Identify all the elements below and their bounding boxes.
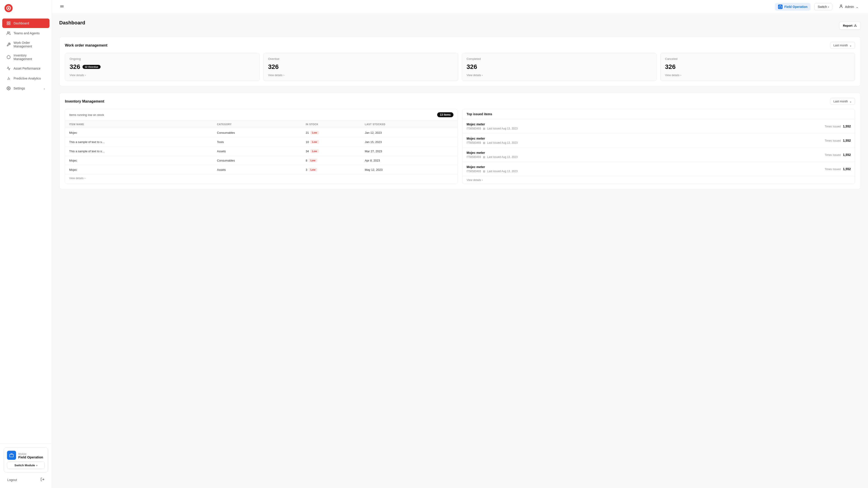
top-item-code: IT56583493 xyxy=(467,127,481,130)
cell-category: Consumables xyxy=(217,131,306,134)
header-admin-menu[interactable]: Admin ⌄ xyxy=(836,3,862,11)
work-order-section-header: Work order management Last month ⌄ xyxy=(65,42,855,49)
inventory-grid: Items running low on stock 13 items ITEM… xyxy=(65,109,855,184)
top-item-last-issued: Last issued Aug 13, 2023 xyxy=(487,127,518,130)
chevron-right-icon: › xyxy=(36,464,37,467)
wo-view-details-link[interactable]: View details › xyxy=(70,74,255,77)
table-column-headers: ITEM NAME CATEGORY IN STOCK LAST STOCKED xyxy=(65,121,458,128)
wo-card-label: Overdue xyxy=(268,57,454,61)
sidebar-item-asset-performance[interactable]: Asset Performance xyxy=(2,64,50,73)
copy-icon[interactable]: ▦ xyxy=(483,141,485,144)
top-item-code: IT56583493 xyxy=(467,156,481,159)
logout-button[interactable]: Logout xyxy=(4,475,48,484)
low-badge: Low xyxy=(309,168,317,171)
wo-view-details-link[interactable]: View details › xyxy=(268,74,454,77)
cell-last-stocked: Apr 8, 2023 xyxy=(365,159,454,162)
work-order-period-button[interactable]: Last month ⌄ xyxy=(830,42,855,49)
inventory-period-button[interactable]: Last month ⌄ xyxy=(830,98,855,105)
cell-last-stocked: Jan 15, 2023 xyxy=(365,140,454,144)
chevron-right-icon: › xyxy=(482,74,483,77)
svg-rect-9 xyxy=(10,454,13,457)
switch-module-button[interactable]: Switch Module › xyxy=(7,462,45,469)
sidebar-item-label: Asset Performance xyxy=(13,67,45,70)
tool-icon xyxy=(6,42,11,47)
times-issued-value: 1,552 xyxy=(843,167,851,171)
work-order-card-overdue: Overdue 326 View details › xyxy=(264,53,458,81)
table-header-label: Items running low on stock xyxy=(69,113,104,117)
top-items-view-details-link[interactable]: View details › xyxy=(463,176,855,184)
wo-view-details-link[interactable]: View details › xyxy=(467,74,652,77)
table-row: This a sample of text to show y... Tools… xyxy=(65,137,458,147)
sidebar-item-label: Predictive Analytics xyxy=(13,76,45,80)
sidebar-item-label: Work Order Management xyxy=(13,41,45,48)
sidebar-item-predictive-analytics[interactable]: Predictive Analytics xyxy=(2,74,50,83)
chevron-down-icon: ⌄ xyxy=(43,87,45,90)
chevron-right-icon: › xyxy=(283,74,284,77)
chevron-right-icon: › xyxy=(680,74,681,77)
sidebar-item-teams-agents[interactable]: Teams and Agents xyxy=(2,29,50,38)
times-issued-value: 1,552 xyxy=(843,125,851,128)
low-badge: Low xyxy=(310,149,319,153)
sidebar-item-label: Settings xyxy=(13,87,40,90)
top-items-header: Top issued items xyxy=(463,109,855,119)
header-switch-button[interactable]: Switch › xyxy=(814,3,832,10)
menu-icon[interactable] xyxy=(58,3,66,10)
module-icon-wrap: Module Field Operation xyxy=(7,451,43,460)
person-icon xyxy=(839,4,843,9)
copy-icon[interactable]: ▦ xyxy=(483,170,485,173)
svg-point-4 xyxy=(7,32,9,33)
report-button[interactable]: Report xyxy=(839,22,861,30)
page-title: Dashboard xyxy=(59,20,85,26)
low-badge: Low xyxy=(309,159,317,162)
svg-rect-3 xyxy=(9,24,10,25)
work-order-section-title: Work order management xyxy=(65,43,107,47)
chevron-right-icon: › xyxy=(85,177,86,180)
times-issued-label: Times Issued xyxy=(825,125,841,128)
download-icon xyxy=(854,24,857,28)
wo-card-count: 326 xyxy=(268,63,279,70)
gear-icon xyxy=(6,86,11,91)
cell-last-stocked: May 12, 2023 xyxy=(365,168,454,171)
cell-in-stock: 3 Low xyxy=(306,168,365,171)
inventory-section-title: Inventory Management xyxy=(65,99,104,103)
table-view-details-link[interactable]: View details › xyxy=(65,174,458,182)
chevron-right-icon: › xyxy=(85,74,86,77)
header-module-badge: Field Operation xyxy=(775,3,811,11)
sidebar-item-label: Inventory Management xyxy=(13,54,45,61)
top-item-name: Mojec meter xyxy=(467,137,518,140)
work-order-cards: Ongoing 326 12 Overdue View details › Ov… xyxy=(65,53,855,81)
wo-overdue-badge: 12 Overdue xyxy=(83,65,101,69)
low-badge: Low xyxy=(310,140,319,144)
table-row: Mojec Consumables 21 Low Jan 12, 2023 xyxy=(65,128,458,137)
cell-category: Assets xyxy=(217,168,306,171)
analytics-icon xyxy=(6,76,11,80)
times-issued-value: 1,552 xyxy=(843,153,851,157)
module-icon xyxy=(7,451,16,460)
users-icon xyxy=(6,31,11,35)
sidebar-item-work-order-management[interactable]: Work Order Management xyxy=(2,38,50,51)
table-header-row: Items running low on stock 13 items xyxy=(65,109,458,121)
sidebar-item-dashboard[interactable]: Dashboard xyxy=(2,19,50,28)
items-count-badge: 13 items xyxy=(437,112,454,117)
sidebar-item-settings[interactable]: Settings ⌄ xyxy=(2,84,50,93)
work-order-section: Work order management Last month ⌄ Ongoi… xyxy=(59,37,861,86)
wo-card-label: Canceled xyxy=(665,57,850,61)
top-issued-item: Mojec meter IT56583493 ▦ Last issued Aug… xyxy=(463,148,855,162)
module-name: Field Operation xyxy=(18,455,43,459)
top-item-last-issued: Last issued Aug 13, 2023 xyxy=(487,156,518,159)
svg-rect-0 xyxy=(7,22,8,23)
sidebar-item-inventory-management[interactable]: Inventory Management xyxy=(2,51,50,63)
svg-rect-14 xyxy=(779,6,782,8)
copy-icon[interactable]: ▦ xyxy=(483,127,485,130)
copy-icon[interactable]: ▦ xyxy=(483,156,485,159)
svg-point-8 xyxy=(8,88,9,89)
logout-label: Logout xyxy=(7,478,17,482)
cell-category: Assets xyxy=(217,150,306,153)
svg-point-15 xyxy=(840,5,842,6)
chevron-down-icon: ⌄ xyxy=(849,100,852,103)
header-module-label: Field Operation xyxy=(784,5,808,8)
work-order-card-canceled: Canceled 326 View details › xyxy=(660,53,855,81)
wo-view-details-link[interactable]: View details › xyxy=(665,74,850,77)
box-icon xyxy=(6,55,11,59)
cell-in-stock: 10 Low xyxy=(306,140,365,144)
